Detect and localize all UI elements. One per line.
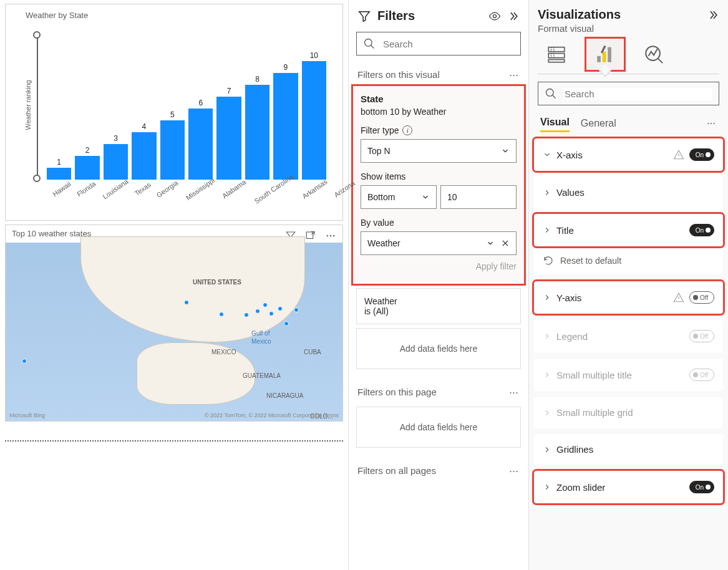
reset-icon	[543, 255, 554, 266]
zoom-toggle[interactable]: On	[689, 481, 714, 493]
warning-icon	[673, 149, 684, 160]
bar-rect	[216, 97, 241, 180]
add-fields-dropzone[interactable]: Add data fields here	[356, 328, 521, 369]
chart-title: Weather by State	[26, 11, 330, 20]
filter-type-select[interactable]: Top N	[361, 139, 517, 163]
bar-rect	[47, 168, 71, 180]
bar[interactable]: 9	[273, 63, 298, 180]
bar[interactable]: 2	[75, 146, 99, 180]
viz-subtitle: Format visual	[529, 23, 728, 34]
bar-rect	[245, 85, 269, 180]
visual-tab[interactable]: Visual	[540, 114, 570, 132]
general-tab[interactable]: General	[581, 115, 616, 132]
format-yaxis-row[interactable]: Y-axis Off	[534, 281, 723, 314]
format-xaxis-row[interactable]: X-axis On	[534, 138, 723, 171]
collapse-pane-icon[interactable]	[707, 9, 719, 21]
chevron-right-icon	[543, 293, 551, 302]
bar-rect	[75, 156, 99, 180]
more-options-icon[interactable]: ⋯	[509, 387, 520, 398]
chevron-down-icon	[421, 193, 430, 201]
bar-value-label: 4	[142, 122, 147, 131]
map-area[interactable]: UNITED STATES MEXICO Gulf of Mexico CUBA…	[6, 243, 342, 421]
bar-value-label: 5	[170, 110, 175, 119]
search-icon	[363, 37, 376, 50]
more-options-icon[interactable]: ⋯	[509, 465, 520, 476]
format-gridlines-row[interactable]: Gridlines	[534, 434, 723, 465]
format-small-multiple-title-row[interactable]: Small multiple title Off	[534, 359, 723, 391]
bar[interactable]: 10	[302, 51, 326, 180]
svg-rect-8	[548, 60, 565, 62]
filters-search-input[interactable]	[382, 38, 514, 50]
bar-rect	[273, 73, 298, 180]
filters-title: Filters	[377, 9, 482, 23]
viz-search-box[interactable]	[538, 82, 719, 105]
map-attribution-right: © 2022 TomTom, © 2022 Microsoft Corporat…	[205, 412, 339, 418]
bar[interactable]: 1	[47, 158, 71, 180]
analytics-tab[interactable]	[635, 39, 672, 70]
title-toggle[interactable]: On	[689, 224, 714, 236]
build-visual-tab[interactable]	[538, 39, 575, 70]
format-zoom-slider-row[interactable]: Zoom slider On	[534, 471, 723, 503]
bar-value-label: 8	[255, 75, 260, 84]
bar-rect	[104, 144, 128, 180]
bar[interactable]: 7	[216, 87, 241, 180]
svg-rect-9	[597, 56, 601, 62]
reset-to-default-button[interactable]: Reset to default	[534, 246, 723, 275]
bar-value-label: 6	[198, 99, 203, 107]
format-legend-row[interactable]: Legend Off	[534, 320, 723, 352]
filters-section-visual: Filters on this visual	[357, 69, 440, 80]
yaxis-toggle[interactable]: Off	[689, 291, 714, 304]
bar[interactable]: 3	[104, 134, 128, 180]
chevron-right-icon	[543, 408, 551, 417]
more-options-icon[interactable]: ⋯	[509, 69, 520, 80]
format-values-row[interactable]: Values	[534, 177, 723, 208]
svg-rect-0	[306, 232, 313, 239]
bar[interactable]: 6	[188, 99, 213, 180]
chevron-right-icon	[543, 370, 551, 379]
map-attribution-left: Microsoft Bing	[9, 412, 45, 418]
bar-value-label: 9	[284, 63, 288, 72]
eye-icon[interactable]	[488, 10, 501, 22]
y-axis-slider[interactable]	[32, 24, 43, 186]
add-fields-dropzone[interactable]: Add data fields here	[356, 407, 521, 448]
filter-card-weather[interactable]: Weather is (All)	[356, 288, 521, 324]
bar[interactable]: 4	[132, 122, 156, 180]
more-options-icon[interactable]: ⋯	[707, 118, 717, 128]
legend-toggle: Off	[689, 330, 714, 342]
show-items-direction-select[interactable]: Bottom	[361, 185, 437, 209]
chart-plot-area: 12345678910	[43, 24, 330, 186]
bar-value-label: 3	[114, 134, 118, 143]
map-visual[interactable]: Top 10 weather states UNITED STATES MEXI…	[5, 225, 343, 422]
format-title-row[interactable]: Title On	[534, 214, 723, 246]
svg-point-3	[333, 235, 334, 236]
filters-search-box[interactable]	[356, 32, 521, 56]
info-icon[interactable]: i	[402, 125, 412, 135]
filter-summary: bottom 10 by Weather	[361, 107, 517, 117]
svg-point-4	[493, 14, 497, 17]
viz-search-input[interactable]	[563, 88, 712, 100]
xaxis-toggle[interactable]: On	[689, 148, 714, 161]
clear-icon[interactable]	[501, 239, 510, 248]
format-visual-tab[interactable]	[586, 39, 624, 70]
bar-value-label: 7	[227, 87, 231, 95]
bar[interactable]: 8	[245, 75, 269, 180]
show-items-count-input[interactable]: 10	[440, 185, 517, 209]
bar[interactable]: 5	[160, 110, 185, 180]
by-value-select[interactable]: Weather	[361, 231, 517, 255]
chevron-right-icon	[543, 445, 551, 454]
svg-point-5	[365, 39, 372, 47]
svg-point-2	[330, 235, 331, 236]
filter-card-state[interactable]: State bottom 10 by Weather Filter type i…	[352, 85, 525, 284]
filter-field-name: State	[361, 94, 517, 104]
canvas-separator	[5, 440, 343, 442]
more-options-icon[interactable]	[323, 228, 339, 244]
bar-value-label: 10	[310, 51, 318, 60]
bar-chart-visual[interactable]: Weather by State Weather ranking 1234567…	[5, 4, 343, 221]
collapse-pane-icon[interactable]	[507, 10, 520, 22]
svg-rect-10	[603, 52, 606, 62]
bar-rect	[188, 109, 213, 180]
svg-point-13	[546, 89, 554, 97]
format-small-multiple-grid-row[interactable]: Small multiple grid	[534, 397, 723, 428]
apply-filter-button[interactable]: Apply filter	[361, 261, 517, 271]
filters-pane: Filters Filters on this visual ⋯ State b…	[348, 0, 528, 570]
